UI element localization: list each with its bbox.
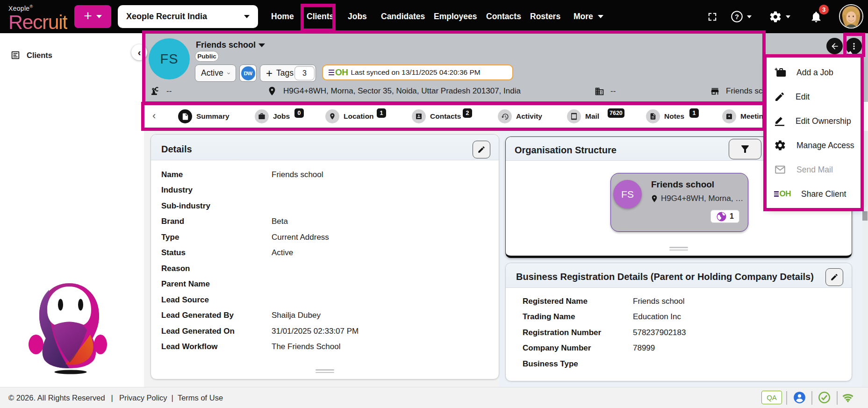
svg-text:?: ? <box>735 13 739 21</box>
